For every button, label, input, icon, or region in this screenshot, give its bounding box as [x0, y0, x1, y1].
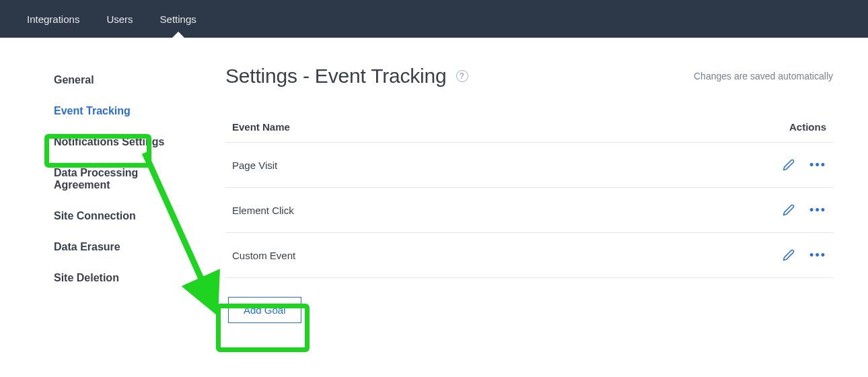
more-icon[interactable]: ••• — [809, 249, 826, 261]
sidebar-item-notifications[interactable]: Notifications Settings — [46, 127, 198, 158]
sidebar-item-label: General — [54, 74, 94, 85]
row-actions: ••• — [783, 249, 826, 261]
sidebar-item-event-tracking[interactable]: Event Tracking — [46, 96, 198, 127]
edit-icon[interactable] — [783, 204, 795, 216]
sidebar-item-label: Site Connection — [54, 210, 136, 221]
nav-label: Integrations — [27, 13, 79, 25]
heading-row: Settings - Event Tracking ? Changes are … — [225, 65, 833, 88]
event-name: Element Click — [232, 205, 294, 216]
page-title: Settings - Event Tracking — [225, 65, 447, 88]
nav-settings[interactable]: Settings — [147, 0, 210, 38]
help-icon[interactable]: ? — [456, 70, 468, 82]
sidebar-item-label: Notifications Settings — [54, 136, 164, 147]
edit-icon[interactable] — [783, 159, 795, 171]
add-goal-button[interactable]: Add Goal — [228, 297, 301, 323]
nav-users[interactable]: Users — [93, 0, 146, 38]
row-actions: ••• — [783, 159, 826, 171]
sidebar-item-label: Site Deletion — [54, 272, 119, 283]
row-actions: ••• — [783, 204, 826, 216]
main-area: General Event Tracking Notifications Set… — [0, 38, 868, 323]
sidebar-item-site-connection[interactable]: Site Connection — [46, 201, 198, 232]
heading-left: Settings - Event Tracking ? — [225, 65, 468, 88]
more-icon[interactable]: ••• — [809, 159, 826, 171]
table-row: Custom Event ••• — [225, 233, 833, 278]
sidebar-item-label: Data Processing Agreement — [54, 167, 138, 191]
sidebar-item-general[interactable]: General — [46, 65, 198, 96]
event-name: Page Visit — [232, 160, 277, 171]
nav-integrations[interactable]: Integrations — [13, 0, 93, 38]
table-row: Page Visit ••• — [225, 143, 833, 188]
edit-icon[interactable] — [783, 249, 795, 261]
sidebar-item-label: Data Erasure — [54, 241, 120, 252]
event-name: Custom Event — [232, 250, 295, 261]
more-icon[interactable]: ••• — [809, 204, 826, 216]
settings-sidebar: General Event Tracking Notifications Set… — [0, 65, 205, 323]
nav-label: Users — [106, 13, 133, 25]
events-table: Event Name Actions Page Visit ••• Elemen… — [225, 113, 833, 278]
col-header-name: Event Name — [232, 121, 290, 133]
nav-label: Settings — [160, 13, 196, 25]
autosave-text: Changes are saved automatically — [694, 71, 833, 81]
top-nav: Integrations Users Settings — [0, 0, 868, 38]
sidebar-item-dpa[interactable]: Data Processing Agreement — [46, 158, 198, 201]
col-header-actions: Actions — [789, 121, 826, 133]
button-label: Add Goal — [244, 304, 286, 316]
sidebar-item-label: Event Tracking — [54, 105, 131, 116]
content-area: Settings - Event Tracking ? Changes are … — [205, 65, 868, 323]
sidebar-item-site-deletion[interactable]: Site Deletion — [46, 263, 198, 294]
table-row: Element Click ••• — [225, 188, 833, 233]
table-header: Event Name Actions — [225, 113, 833, 143]
sidebar-item-data-erasure[interactable]: Data Erasure — [46, 232, 198, 263]
